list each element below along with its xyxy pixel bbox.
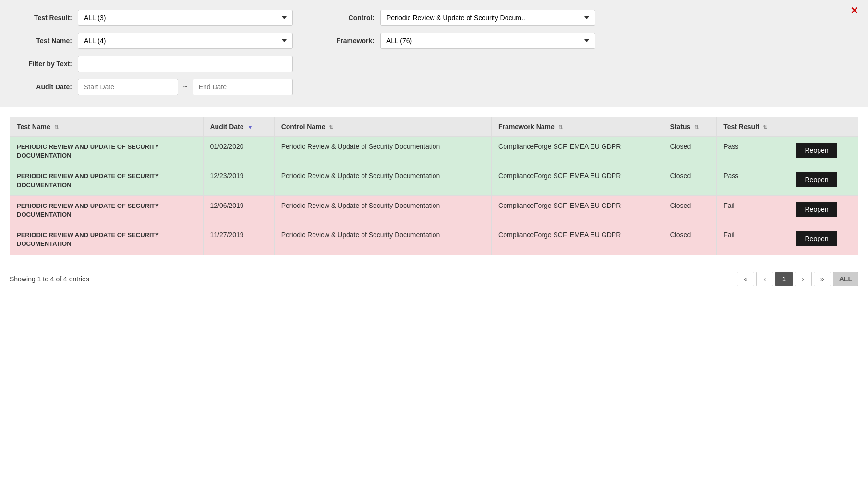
col-audit-date[interactable]: Audit Date ▼ xyxy=(203,117,274,137)
reopen-button[interactable]: Reopen xyxy=(796,202,837,217)
test-name-label: Test Name: xyxy=(19,37,72,45)
cell-control-name: Periodic Review & Update of Security Doc… xyxy=(274,225,491,255)
test-result-select[interactable]: ALL (3)PassFailN/A xyxy=(78,10,293,26)
cell-test-name: PERIODIC REVIEW AND UPDATE OF SECURITY D… xyxy=(10,225,204,255)
cell-audit-date: 01/02/2020 xyxy=(203,137,274,166)
table-row: PERIODIC REVIEW AND UPDATE OF SECURITY D… xyxy=(10,166,858,195)
close-button[interactable]: ✕ xyxy=(850,6,858,15)
cell-framework-name: ComplianceForge SCF, EMEA EU GDPR xyxy=(492,225,663,255)
pagination-controls: « ‹ 1 › » ALL xyxy=(737,272,858,286)
filter-row-control: Control: Periodic Review & Update of Sec… xyxy=(322,10,595,26)
col-status-label: Status xyxy=(670,123,691,131)
col-status-sort-icon: ⇅ xyxy=(694,124,699,131)
col-status[interactable]: Status ⇅ xyxy=(663,117,717,137)
col-control-name[interactable]: Control Name ⇅ xyxy=(274,117,491,137)
results-table: Test Name ⇅ Audit Date ▼ Control Name ⇅ … xyxy=(10,117,858,255)
col-framework-name-label: Framework Name xyxy=(498,123,555,131)
prev-page-button[interactable]: ‹ xyxy=(756,272,773,286)
filter-row-empty xyxy=(322,56,595,72)
col-test-name-sort-icon: ⇅ xyxy=(54,124,59,131)
filter-row-audit-date: Audit Date: ~ xyxy=(19,79,293,95)
cell-audit-date: 12/06/2019 xyxy=(203,195,274,225)
framework-control: ALL (76) xyxy=(380,33,595,49)
audit-date-label: Audit Date: xyxy=(19,83,72,91)
pagination-section: Showing 1 to 4 of 4 entries « ‹ 1 › » AL… xyxy=(0,265,868,293)
filter-row-framework: Framework: ALL (76) xyxy=(322,33,595,49)
cell-framework-name: ComplianceForge SCF, EMEA EU GDPR xyxy=(492,195,663,225)
cell-status: Closed xyxy=(663,137,717,166)
reopen-button[interactable]: Reopen xyxy=(796,231,837,246)
table-row: PERIODIC REVIEW AND UPDATE OF SECURITY D… xyxy=(10,195,858,225)
col-test-result[interactable]: Test Result ⇅ xyxy=(717,117,789,137)
page-1-button[interactable]: 1 xyxy=(775,272,793,286)
test-name-control: ALL (4)PERIODIC REVIEW AND UPDATE OF SEC… xyxy=(78,33,293,49)
cell-status: Closed xyxy=(663,225,717,255)
cell-action: Reopen xyxy=(789,166,858,195)
col-control-name-sort-icon: ⇅ xyxy=(329,124,333,131)
col-framework-name-sort-icon: ⇅ xyxy=(558,124,563,131)
cell-test-result: Fail xyxy=(717,225,789,255)
cell-control-name: Periodic Review & Update of Security Doc… xyxy=(274,137,491,166)
audit-date-control: ~ xyxy=(78,79,293,95)
last-page-button[interactable]: » xyxy=(814,272,831,286)
cell-test-name: PERIODIC REVIEW AND UPDATE OF SECURITY D… xyxy=(10,195,204,225)
filter-text-control xyxy=(78,56,293,72)
cell-audit-date: 11/27/2019 xyxy=(203,225,274,255)
showing-text: Showing 1 to 4 of 4 entries xyxy=(10,275,89,283)
col-framework-name[interactable]: Framework Name ⇅ xyxy=(492,117,663,137)
first-page-button[interactable]: « xyxy=(737,272,754,286)
framework-label: Framework: xyxy=(322,37,374,45)
control-control: Periodic Review & Update of Security Doc… xyxy=(380,10,595,26)
cell-test-name: PERIODIC REVIEW AND UPDATE OF SECURITY D… xyxy=(10,166,204,195)
col-audit-date-label: Audit Date xyxy=(210,123,244,131)
next-page-button[interactable]: › xyxy=(795,272,812,286)
col-test-name-label: Test Name xyxy=(17,123,50,131)
test-name-select[interactable]: ALL (4)PERIODIC REVIEW AND UPDATE OF SEC… xyxy=(78,33,293,49)
table-section: Test Name ⇅ Audit Date ▼ Control Name ⇅ … xyxy=(0,107,868,265)
all-button[interactable]: ALL xyxy=(833,272,858,286)
reopen-button[interactable]: Reopen xyxy=(796,172,837,187)
filter-grid: Test Result: ALL (3)PassFailN/A Control:… xyxy=(19,10,595,95)
cell-test-result: Pass xyxy=(717,166,789,195)
test-result-label: Test Result: xyxy=(19,14,72,22)
cell-test-result: Pass xyxy=(717,137,789,166)
cell-audit-date: 12/23/2019 xyxy=(203,166,274,195)
table-row: PERIODIC REVIEW AND UPDATE OF SECURITY D… xyxy=(10,225,858,255)
cell-test-name: PERIODIC REVIEW AND UPDATE OF SECURITY D… xyxy=(10,137,204,166)
filter-row-test-name: Test Name: ALL (4)PERIODIC REVIEW AND UP… xyxy=(19,33,293,49)
col-control-name-label: Control Name xyxy=(281,123,326,131)
test-result-control: ALL (3)PassFailN/A xyxy=(78,10,293,26)
cell-framework-name: ComplianceForge SCF, EMEA EU GDPR xyxy=(492,137,663,166)
page-container: ✕ Test Result: ALL (3)PassFailN/A Contro… xyxy=(0,0,868,485)
col-test-result-sort-icon: ⇅ xyxy=(763,124,767,131)
cell-status: Closed xyxy=(663,166,717,195)
date-separator: ~ xyxy=(183,83,187,91)
filter-text-input[interactable] xyxy=(78,56,293,72)
col-action xyxy=(789,117,858,137)
cell-action: Reopen xyxy=(789,137,858,166)
control-select[interactable]: Periodic Review & Update of Security Doc… xyxy=(380,10,595,26)
col-test-name[interactable]: Test Name ⇅ xyxy=(10,117,204,137)
cell-control-name: Periodic Review & Update of Security Doc… xyxy=(274,195,491,225)
end-date-input[interactable] xyxy=(193,79,293,95)
cell-status: Closed xyxy=(663,195,717,225)
col-test-result-label: Test Result xyxy=(723,123,759,131)
col-audit-date-sort-icon: ▼ xyxy=(247,124,253,130)
cell-test-result: Fail xyxy=(717,195,789,225)
cell-framework-name: ComplianceForge SCF, EMEA EU GDPR xyxy=(492,166,663,195)
filter-text-label: Filter by Text: xyxy=(19,60,72,68)
table-row: PERIODIC REVIEW AND UPDATE OF SECURITY D… xyxy=(10,137,858,166)
cell-action: Reopen xyxy=(789,195,858,225)
control-label: Control: xyxy=(322,14,374,22)
cell-control-name: Periodic Review & Update of Security Doc… xyxy=(274,166,491,195)
table-header-row: Test Name ⇅ Audit Date ▼ Control Name ⇅ … xyxy=(10,117,858,137)
filter-section: ✕ Test Result: ALL (3)PassFailN/A Contro… xyxy=(0,0,868,107)
framework-select[interactable]: ALL (76) xyxy=(380,33,595,49)
start-date-input[interactable] xyxy=(78,79,178,95)
filter-row-test-result: Test Result: ALL (3)PassFailN/A xyxy=(19,10,293,26)
cell-action: Reopen xyxy=(789,225,858,255)
filter-row-text: Filter by Text: xyxy=(19,56,293,72)
reopen-button[interactable]: Reopen xyxy=(796,143,837,158)
